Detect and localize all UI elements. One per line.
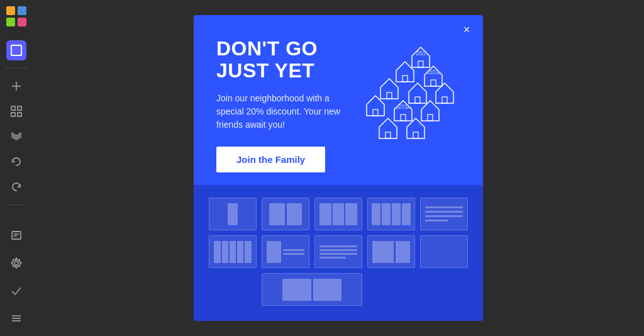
svg-rect-9 — [11, 113, 15, 116]
modal-description: Join our neighborhood with a special 20%… — [216, 92, 353, 132]
app-logo — [5, 5, 28, 28]
svg-rect-1 — [18, 6, 26, 15]
modal-close-button[interactable]: × — [459, 23, 474, 38]
template-thumb-1[interactable] — [209, 198, 257, 230]
template-row-3 — [209, 273, 468, 306]
svg-text:HOW NOW: HOW NOW — [426, 72, 440, 75]
settings-icon[interactable] — [6, 253, 26, 273]
menu-icon[interactable] — [6, 308, 26, 328]
svg-rect-32 — [428, 115, 433, 121]
template-thumb-10[interactable] — [420, 235, 468, 268]
svg-rect-22 — [431, 80, 436, 86]
svg-rect-34 — [413, 132, 418, 138]
add-icon[interactable] — [6, 76, 26, 96]
svg-rect-10 — [18, 113, 21, 116]
svg-rect-0 — [6, 6, 15, 15]
redo-icon[interactable] — [6, 177, 26, 197]
svg-rect-2 — [6, 18, 15, 26]
modal-title: DON'T GOJUST YET — [216, 38, 353, 82]
svg-rect-3 — [18, 18, 26, 26]
sidebar-bottom — [6, 223, 26, 331]
join-family-button[interactable]: Join the Family — [216, 147, 325, 172]
svg-rect-21 — [402, 76, 408, 82]
template-thumb-wide[interactable] — [262, 273, 362, 306]
window-icon[interactable] — [6, 40, 26, 60]
template-thumb-5[interactable] — [420, 198, 468, 230]
svg-rect-7 — [11, 106, 15, 110]
template-thumb-8[interactable] — [314, 235, 362, 268]
svg-rect-29 — [401, 115, 406, 121]
svg-text:WORKS: WORKS — [416, 53, 425, 56]
svg-rect-18 — [418, 61, 423, 67]
svg-rect-8 — [18, 106, 21, 110]
modal-bottom-templates — [194, 185, 483, 321]
svg-rect-26 — [415, 97, 420, 103]
grid-icon[interactable] — [6, 101, 26, 121]
main-area: × DON'T GOJUST YET Join our neighborhood… — [33, 0, 644, 336]
modal-text: DON'T GOJUST YET Join our neighborhood w… — [216, 38, 360, 172]
svg-rect-11 — [12, 232, 21, 239]
template-thumb-3[interactable] — [314, 198, 362, 230]
template-thumb-4[interactable] — [367, 198, 415, 230]
sidebar-divider-1 — [5, 68, 28, 69]
svg-rect-27 — [442, 97, 447, 103]
houses-illustration: HOW IT WORKS HOW 2 HOW NOW — [360, 38, 460, 172]
template-thumb-9[interactable] — [367, 235, 415, 268]
template-thumb-6[interactable] — [209, 235, 257, 268]
houses-svg: HOW IT WORKS HOW 2 HOW NOW — [362, 44, 459, 154]
sidebar-divider-2 — [5, 204, 28, 205]
publish-icon[interactable] — [6, 281, 26, 301]
svg-rect-4 — [11, 45, 21, 55]
modal-dialog: × DON'T GOJUST YET Join our neighborhood… — [194, 15, 483, 321]
modal-overlay[interactable]: × DON'T GOJUST YET Join our neighborhood… — [33, 0, 644, 336]
svg-rect-25 — [387, 92, 392, 99]
template-row-1 — [209, 198, 468, 230]
template-thumb-2[interactable] — [262, 198, 309, 230]
template-row-2 — [209, 235, 468, 268]
sidebar — [0, 0, 33, 336]
svg-point-14 — [14, 261, 18, 265]
layers-icon[interactable] — [6, 126, 26, 147]
svg-rect-28 — [373, 109, 378, 116]
undo-icon[interactable] — [6, 152, 26, 172]
svg-rect-33 — [386, 132, 391, 138]
svg-text:LOVE IT HERE: LOVE IT HERE — [394, 106, 412, 109]
modal-top-section: DON'T GOJUST YET Join our neighborhood w… — [194, 15, 483, 185]
template-thumb-7[interactable] — [262, 235, 309, 268]
pages-icon[interactable] — [6, 225, 26, 245]
